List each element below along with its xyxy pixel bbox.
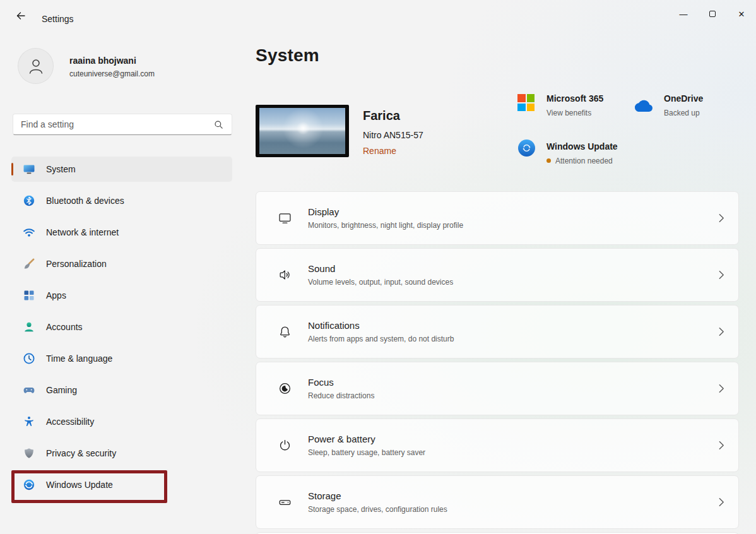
card-title: Sound <box>308 263 719 274</box>
status-microsoft-365[interactable]: Microsoft 365 View benefits <box>546 93 603 117</box>
sidebar-nav: System Bluetooth & devices Network & int… <box>11 157 232 504</box>
chevron-right-icon <box>719 327 724 336</box>
system-icon <box>23 163 35 175</box>
minimize-icon: — <box>680 9 688 19</box>
status-title: OneDrive <box>664 93 703 104</box>
search-icon <box>214 120 223 129</box>
search-input[interactable] <box>13 114 214 134</box>
sidebar-item-accessibility[interactable]: Accessibility <box>11 409 232 434</box>
card-text: Sound Volume levels, output, input, soun… <box>308 263 719 287</box>
card-power-battery[interactable]: Power & battery Sleep, battery usage, ba… <box>256 418 739 472</box>
device-thumbnail <box>256 105 349 157</box>
card-title: Notifications <box>308 320 719 331</box>
sidebar-item-label: Windows Update <box>46 480 113 490</box>
sidebar-item-label: Time & language <box>46 353 112 364</box>
microsoft-365-icon <box>517 94 535 111</box>
attention-dot <box>546 158 551 163</box>
card-sound[interactable]: Sound Volume levels, output, input, soun… <box>256 248 739 302</box>
page-title: System <box>256 45 319 66</box>
display-icon <box>278 211 294 225</box>
ms-green-square <box>527 94 535 102</box>
accessibility-icon <box>23 415 35 428</box>
storage-icon <box>278 495 294 509</box>
privacy-security-icon <box>23 447 35 460</box>
avatar[interactable] <box>18 48 54 84</box>
card-storage[interactable]: Storage Storage space, drives, configura… <box>256 475 739 529</box>
card-subtitle: Volume levels, output, input, sound devi… <box>308 278 719 287</box>
card-display[interactable]: Display Monitors, brightness, night ligh… <box>256 191 739 245</box>
card-text: Storage Storage space, drives, configura… <box>308 490 719 514</box>
user-email: cuteuniverse@gmail.com <box>69 69 155 78</box>
card-subtitle: Monitors, brightness, night light, displ… <box>308 221 719 230</box>
card-title: Display <box>308 206 719 217</box>
chevron-right-icon <box>719 441 724 450</box>
maximize-icon <box>709 11 716 17</box>
sidebar-item-personalization[interactable]: Personalization <box>11 251 232 276</box>
window-controls: — ✕ <box>669 0 756 28</box>
chevron-right-icon <box>719 497 724 507</box>
card-subtitle: Sleep, battery usage, battery saver <box>308 448 719 457</box>
sound-icon <box>278 268 294 282</box>
notifications-icon <box>278 324 294 339</box>
status-subtitle: Backed up <box>664 109 703 117</box>
sidebar-item-system[interactable]: System <box>11 157 232 182</box>
status-windows-update[interactable]: Windows Update Attention needed <box>546 141 618 165</box>
person-icon <box>27 57 45 76</box>
card-subtitle: Alerts from apps and system, do not dist… <box>308 335 719 343</box>
back-button[interactable] <box>9 6 33 25</box>
time-language-icon <box>23 352 35 365</box>
status-onedrive[interactable]: OneDrive Backed up <box>664 93 703 117</box>
sidebar-item-apps[interactable]: Apps <box>11 283 232 308</box>
sidebar-item-label: Network & internet <box>46 227 119 237</box>
onedrive-icon <box>632 98 655 114</box>
card-text: Power & battery Sleep, battery usage, ba… <box>308 434 719 457</box>
card-notifications[interactable]: Notifications Alerts from apps and syste… <box>256 305 739 359</box>
status-subtitle-text: Attention needed <box>555 157 613 165</box>
back-arrow-icon <box>16 11 26 21</box>
bluetooth-icon <box>23 194 35 207</box>
sidebar-item-label: Gaming <box>46 385 77 395</box>
windows-update-icon <box>23 478 35 491</box>
power-icon <box>278 438 294 453</box>
card-subtitle: Storage space, drives, configuration rul… <box>308 505 719 514</box>
card-text: Focus Reduce distractions <box>308 377 719 400</box>
sidebar-item-label: Apps <box>46 290 66 300</box>
rename-link[interactable]: Rename <box>363 146 396 156</box>
sidebar-item-label: Accounts <box>46 322 83 332</box>
ms-blue-square <box>517 104 526 112</box>
device-wallpaper <box>259 108 345 154</box>
app-title: Settings <box>42 14 74 24</box>
status-title: Windows Update <box>546 141 618 151</box>
chevron-right-icon <box>719 270 724 280</box>
focus-icon <box>278 381 294 396</box>
chevron-right-icon <box>719 384 724 393</box>
minimize-button[interactable]: — <box>669 0 698 28</box>
sidebar-item-gaming[interactable]: Gaming <box>11 377 232 403</box>
gaming-icon <box>23 384 35 396</box>
card-title: Storage <box>308 490 719 501</box>
ms-red-square <box>517 94 526 102</box>
card-focus[interactable]: Focus Reduce distractions <box>256 362 739 415</box>
sidebar-item-label: System <box>46 164 76 174</box>
titlebar: Settings — ✕ <box>0 0 756 30</box>
sidebar-item-network-internet[interactable]: Network & internet <box>11 220 232 245</box>
maximize-button[interactable] <box>698 0 727 28</box>
close-icon: ✕ <box>738 9 745 19</box>
sidebar-item-label: Bluetooth & devices <box>46 196 124 206</box>
sidebar-item-label: Privacy & security <box>46 448 116 458</box>
search-box <box>13 114 232 135</box>
card-title: Focus <box>308 377 719 388</box>
close-button[interactable]: ✕ <box>727 0 756 28</box>
sidebar-item-label: Accessibility <box>46 417 94 427</box>
sidebar-item-windows-update[interactable]: Windows Update <box>11 472 232 497</box>
sidebar-item-privacy-security[interactable]: Privacy & security <box>11 441 232 466</box>
sidebar-item-accounts[interactable]: Accounts <box>11 314 232 340</box>
sidebar-item-bluetooth-devices[interactable]: Bluetooth & devices <box>11 188 232 213</box>
selected-indicator <box>11 163 13 175</box>
network-icon <box>23 226 35 239</box>
sidebar-item-time-language[interactable]: Time & language <box>11 346 232 371</box>
user-name: raaina bhojwani <box>69 56 136 66</box>
device-model: Nitro AN515-57 <box>363 130 423 140</box>
device-name: Farica <box>363 109 400 123</box>
apps-icon <box>23 289 35 302</box>
